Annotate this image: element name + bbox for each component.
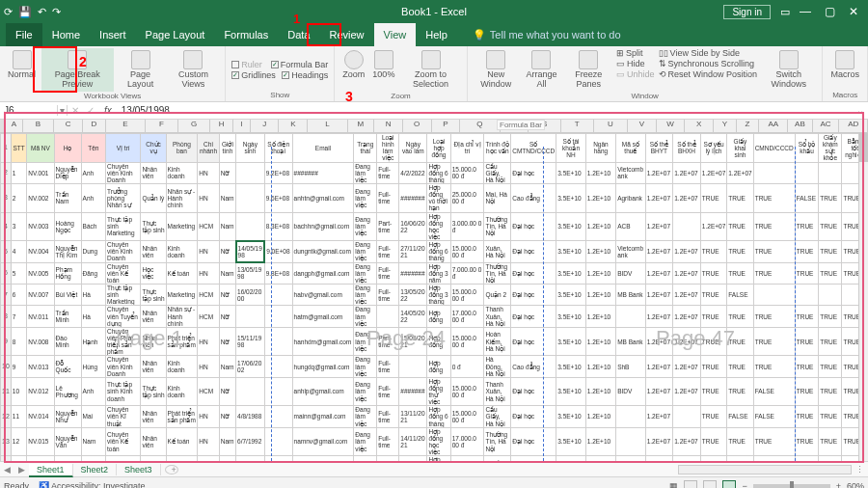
row-header-13[interactable]: 13 xyxy=(1,427,12,456)
cell[interactable] xyxy=(264,284,292,305)
cell[interactable]: TRUE xyxy=(700,406,726,427)
row-header-10[interactable]: 10 xyxy=(1,356,12,377)
cell[interactable]: 1 xyxy=(11,162,27,183)
page-layout-button[interactable]: Page Layout xyxy=(118,48,164,92)
switch-windows-button[interactable]: Switch Windows xyxy=(761,48,816,92)
cell[interactable]: Đại học xyxy=(511,327,556,356)
cell[interactable]: TRUE xyxy=(819,456,842,461)
cell[interactable]: Chuyên viên Kĩ thuật xyxy=(105,406,140,427)
cell[interactable]: Hạnh xyxy=(81,327,105,356)
cell[interactable]: 14/05/20 22 xyxy=(399,306,427,327)
cell[interactable]: Nhân viên xyxy=(141,241,166,262)
cell[interactable]: Full-time xyxy=(377,262,399,284)
cell[interactable]: TRUE xyxy=(700,284,726,305)
cell[interactable]: Phát triển sản phẩm xyxy=(166,327,198,356)
cell[interactable]: 4 xyxy=(11,241,27,262)
header-cell[interactable]: Giấy khai sinh xyxy=(727,134,753,163)
cell[interactable]: TRUE xyxy=(753,262,795,284)
cell[interactable]: Học việc xyxy=(141,262,166,284)
cell[interactable]: Đang làm việc xyxy=(354,456,377,461)
cell[interactable]: HN xyxy=(198,406,219,427)
cell[interactable]: Nhân viên xyxy=(141,162,166,183)
cell[interactable]: 15.000.0 00 đ xyxy=(450,327,484,356)
cell[interactable]: 1.2E+10 xyxy=(585,306,615,327)
gridlines-checkbox[interactable] xyxy=(231,71,239,79)
cell[interactable]: TRUE xyxy=(700,183,726,212)
cell[interactable]: 1.2E+07 xyxy=(645,241,673,262)
col-header-Q[interactable]: Q xyxy=(460,120,500,132)
cell[interactable]: Kế toán xyxy=(166,262,198,284)
cell[interactable]: 2 xyxy=(11,183,27,212)
sheet-nav-next[interactable]: ▶ xyxy=(14,465,29,474)
cell[interactable] xyxy=(673,406,701,427)
cell[interactable]: Thực tập sinh Marketing xyxy=(105,284,140,305)
cell[interactable]: Hợp đồng xyxy=(427,327,450,356)
cell[interactable]: 16/06/20 22 xyxy=(399,212,427,241)
cell[interactable]: 1.2E+10 xyxy=(585,262,615,284)
cell[interactable]: Nữ xyxy=(219,284,235,305)
cell[interactable]: 9 xyxy=(11,356,27,377)
cell[interactable]: Part-time xyxy=(377,327,399,356)
cell[interactable]: Thường Tín, Hà Nội xyxy=(484,212,511,241)
col-header-H[interactable]: H xyxy=(210,120,233,132)
cell[interactable]: Cầu Giấy, Hà Nội xyxy=(484,162,511,183)
cell[interactable]: 1.2E+07 xyxy=(727,162,753,183)
cell[interactable]: NV.011 xyxy=(27,306,54,327)
cell[interactable] xyxy=(264,377,292,406)
cell[interactable]: Cầu Giấy, Hà Nội xyxy=(484,406,511,427)
cell[interactable]: 25.000.0 00 đ xyxy=(450,183,484,212)
cell[interactable]: hungdq@gmail.com xyxy=(292,356,354,377)
header-cell[interactable]: Địa chỉ vị trí xyxy=(450,134,484,163)
col-header-I[interactable]: I xyxy=(233,120,251,132)
cell[interactable]: TRUE xyxy=(819,406,842,427)
tab-splitter[interactable]: ⋮ xyxy=(852,465,868,474)
cell[interactable]: 1.2E+07 xyxy=(673,306,701,327)
cell[interactable]: 8.3E+08 xyxy=(264,212,292,241)
row-header-6[interactable]: 6 xyxy=(1,262,12,284)
cell[interactable]: 1.2E+07 xyxy=(645,377,673,406)
cell[interactable]: Full-time xyxy=(377,377,399,406)
col-header-AA[interactable]: AA xyxy=(759,120,788,132)
cell[interactable]: 1.2E+07 xyxy=(645,262,673,284)
cell[interactable]: Đang làm việc xyxy=(354,377,377,406)
formula-bar-checkbox[interactable] xyxy=(271,61,279,68)
cell[interactable]: Trần Nam xyxy=(54,183,81,212)
cell[interactable]: TRUE xyxy=(795,327,819,356)
cell[interactable]: Nhân viên xyxy=(141,327,166,356)
cell[interactable]: 15/11/19 98 xyxy=(236,327,265,356)
cell[interactable]: Chuyên viên Kế toán xyxy=(105,427,140,456)
cell[interactable]: Hợp đồng 3 năm xyxy=(427,262,450,284)
cell[interactable]: 1.2E+07 xyxy=(673,356,701,377)
cell[interactable]: anhlp@gmail.com xyxy=(292,377,354,406)
cell[interactable] xyxy=(795,284,819,305)
row-header-8[interactable]: 8 xyxy=(1,306,12,327)
cell[interactable] xyxy=(819,162,842,183)
cell[interactable]: TRUE xyxy=(727,427,753,456)
row-header-1[interactable]: 1 xyxy=(1,134,12,163)
cell[interactable]: 6 xyxy=(11,284,27,305)
cell[interactable]: 1.2E+07 xyxy=(645,427,673,456)
cell[interactable] xyxy=(727,456,753,461)
cell[interactable]: Hà xyxy=(81,306,105,327)
header-cell[interactable]: Giấy khám sức khỏe xyxy=(819,134,842,163)
cell[interactable]: TRUE xyxy=(819,356,842,377)
cell[interactable]: Nguyên xyxy=(81,456,105,461)
cell[interactable]: TRUE xyxy=(795,306,819,327)
tab-home[interactable]: Home xyxy=(42,23,90,46)
new-window-button[interactable]: New Window xyxy=(474,48,519,92)
header-cell[interactable]: Loại hợp đồng xyxy=(427,134,450,163)
cell[interactable]: Nữ xyxy=(219,406,235,427)
cell[interactable]: 3.000.00 0 đ xyxy=(450,212,484,241)
cell[interactable]: TRUE xyxy=(753,241,795,262)
header-cell[interactable]: Ngân hàng xyxy=(585,134,615,163)
expand-formula-bar-icon[interactable]: ⌄ xyxy=(853,105,868,116)
cell[interactable]: NV.004 xyxy=(27,241,54,262)
sheet-tab-sheet2[interactable]: Sheet2 xyxy=(73,464,118,475)
cell[interactable]: 3.5E+10 xyxy=(556,212,585,241)
cell[interactable] xyxy=(377,306,399,327)
cell[interactable]: HN xyxy=(198,427,219,456)
cell[interactable]: Nguyễn Diệp xyxy=(54,162,81,183)
row-header-12[interactable]: 12 xyxy=(1,406,12,427)
cell[interactable]: Nam xyxy=(219,356,235,377)
cell[interactable]: 1.2E+07 xyxy=(700,162,726,183)
